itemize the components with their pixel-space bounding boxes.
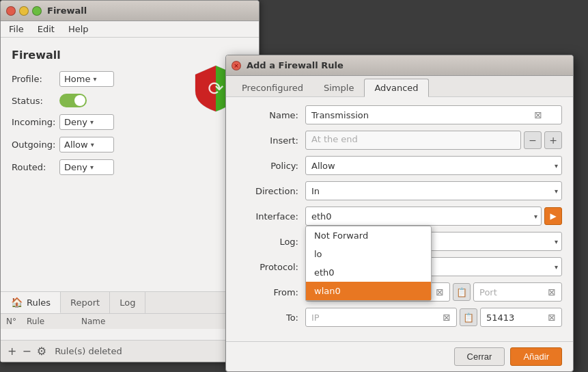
dialog-close-button[interactable]: × [232,61,241,70]
tab-log[interactable]: Log [110,292,145,313]
profile-label: Profile: [12,74,59,84]
incoming-row: Incoming: Deny ▾ [12,114,248,130]
incoming-dropdown[interactable]: Deny ▾ [59,114,114,130]
direction-value: In [311,186,320,196]
name-input[interactable]: Transmission ⊠ [305,105,562,124]
name-label: Name: [237,110,298,120]
remove-rule-button[interactable]: − [22,345,31,358]
tab-preconfigured[interactable]: Preconfigured [232,79,313,96]
dialog-tab-bar: Preconfigured Simple Advanced [226,76,573,97]
dropdown-item-lo[interactable]: lo [306,245,431,263]
settings-button[interactable]: ⚙ [37,345,46,358]
routed-dropdown[interactable]: Deny ▾ [59,159,114,175]
policy-select[interactable]: Allow [305,156,562,175]
from-port-placeholder: Port [479,287,497,297]
insert-label: Insert: [237,135,298,146]
incoming-value: Deny [64,117,87,127]
to-port-clear-icon[interactable]: ⊠ [548,312,556,323]
insert-row: Insert: At the end − + [237,131,562,150]
interface-select[interactable]: eth0 [305,207,542,226]
direction-label: Direction: [237,186,298,196]
from-port-input[interactable]: Port ⊠ [473,282,562,302]
direction-select[interactable]: In [305,181,562,200]
name-input-wrap: Transmission ⊠ [305,105,562,124]
dialog-body: Name: Transmission ⊠ Insert: At the end … [226,97,573,341]
dropdown-item-wlan0[interactable]: wlan0 [306,282,431,300]
status-label: Status: [12,96,59,106]
name-clear-icon[interactable]: ⊠ [534,109,542,120]
close-button[interactable] [6,6,16,16]
outgoing-dropdown[interactable]: Allow ▾ [59,137,114,152]
tabs-container: 🏠 Rules Report Log N° Rule Name [1,291,259,329]
confirm-button[interactable]: Añadir [510,347,562,366]
title-bar: Firewall [1,1,259,21]
incoming-label: Incoming: [12,117,59,127]
insert-placeholder: At the end [311,134,358,144]
to-port-input[interactable]: 51413 ⊠ [480,308,562,327]
menu-edit[interactable]: Edit [32,23,60,36]
insert-minus-button[interactable]: − [524,131,542,149]
to-copy-button[interactable]: 📋 [460,308,477,326]
policy-value: Allow [311,161,335,171]
interface-value: eth0 [311,211,332,222]
tab-bar: 🏠 Rules Report Log [1,292,259,314]
to-row: To: IP ⊠ 📋 51413 ⊠ [237,308,562,327]
routed-arrow-icon: ▾ [90,163,94,171]
from-label: From: [237,287,298,297]
maximize-button[interactable] [32,6,42,16]
add-firewall-rule-dialog: × Add a Firewall Rule Preconfigured Simp… [225,55,574,372]
tab-rules-label: Rules [27,297,51,308]
interface-next-button[interactable]: ▶ [544,207,562,225]
interface-select-wrap: eth0 ▾ [305,207,542,226]
interface-label: Interface: [237,211,298,222]
tab-rules[interactable]: 🏠 Rules [1,292,61,313]
dialog-title: Add a Firewall Rule [247,60,344,70]
menu-file[interactable]: File [3,23,29,36]
outgoing-arrow-icon: ▾ [91,141,94,148]
profile-dropdown[interactable]: Home ▾ [59,71,114,87]
outgoing-row: Outgoing: Allow ▾ [12,137,248,152]
interface-row: Interface: eth0 ▾ ▶ Not Forward lo eth0 … [237,207,562,226]
main-window: Firewall File Edit Help Firewall Profile… [0,0,260,362]
svg-text:⟳: ⟳ [208,77,223,100]
from-port-clear-icon[interactable]: ⊠ [548,287,556,297]
profile-arrow-icon: ▾ [93,75,96,83]
direction-row: Direction: In ▾ [237,181,562,200]
log-label: Log: [237,237,298,247]
menu-bar: File Edit Help [1,21,259,38]
routed-value: Deny [64,162,87,172]
status-message: Rule(s) deleted [55,346,122,356]
tab-advanced[interactable]: Advanced [364,79,428,97]
from-ip-clear-icon[interactable]: ⊠ [436,287,444,297]
to-ip-input[interactable]: IP ⊠ [305,308,457,327]
from-copy-button[interactable]: 📋 [453,283,471,301]
status-toggle[interactable] [59,94,87,107]
incoming-arrow-icon: ▾ [90,118,94,126]
table-header: N° Rule Name [1,314,259,329]
tab-report-label: Report [70,297,100,308]
window-title: Firewall [47,5,87,16]
tab-log-label: Log [120,297,135,308]
dialog-footer: Cerrar Añadir [226,341,573,371]
dropdown-item-eth0[interactable]: eth0 [306,263,431,282]
to-ip-clear-icon[interactable]: ⊠ [443,312,451,323]
policy-row: Policy: Allow ▾ [237,156,562,175]
cancel-button[interactable]: Cerrar [454,347,505,366]
minimize-button[interactable] [19,6,29,16]
to-label: To: [237,313,298,323]
outgoing-label: Outgoing: [12,140,59,150]
tab-report[interactable]: Report [61,292,110,313]
to-controls: IP ⊠ 📋 51413 ⊠ [305,308,562,327]
app-title: Firewall [12,49,248,62]
insert-input[interactable]: At the end [305,131,521,150]
menu-help[interactable]: Help [63,23,94,36]
insert-plus-button[interactable]: + [544,131,562,149]
policy-label: Policy: [237,161,298,171]
rules-icon: 🏠 [10,296,23,308]
protocol-label: Protocol: [237,262,298,272]
window-controls [6,6,42,16]
add-rule-button[interactable]: + [8,345,16,358]
tab-simple[interactable]: Simple [313,79,364,96]
dropdown-item-not-forward[interactable]: Not Forward [306,226,431,245]
to-port-value: 51413 [486,313,514,323]
